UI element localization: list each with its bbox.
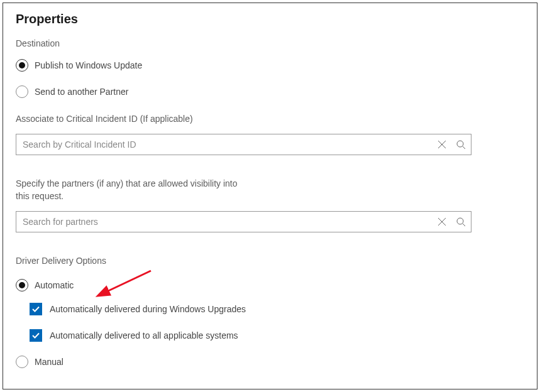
- incident-search-wrap: [16, 134, 471, 155]
- partners-label: Specify the partners (if any) that are a…: [16, 178, 242, 202]
- properties-panel: Properties Destination Publish to Window…: [3, 3, 537, 389]
- checkbox-windows-upgrades[interactable]: Automatically delivered during Windows U…: [30, 303, 524, 315]
- partners-search-icons: [436, 216, 466, 227]
- page-title: Properties: [16, 12, 524, 26]
- radio-label: Send to another Partner: [35, 87, 128, 97]
- radio-label: Manual: [35, 357, 63, 367]
- clear-icon[interactable]: [436, 216, 448, 227]
- search-icon[interactable]: [455, 216, 466, 227]
- delivery-section: Driver Delivery Options Automatic Automa…: [16, 255, 524, 368]
- automatic-checkbox-group: Automatically delivered during Windows U…: [30, 303, 524, 342]
- checkbox-label: Automatically delivered to all applicabl…: [50, 330, 238, 340]
- radio-icon: [16, 356, 28, 368]
- destination-radio-group: Publish to Windows Update Send to anothe…: [16, 59, 524, 98]
- checkbox-icon: [30, 303, 42, 315]
- radio-icon: [16, 279, 28, 291]
- radio-label: Automatic: [35, 280, 74, 290]
- incident-search-input[interactable]: [16, 134, 471, 155]
- incident-label: Associate to Critical Incident ID (If ap…: [16, 113, 524, 126]
- radio-label: Publish to Windows Update: [35, 60, 142, 70]
- checkbox-icon: [30, 329, 42, 342]
- radio-manual[interactable]: Manual: [16, 356, 524, 368]
- destination-label: Destination: [16, 38, 524, 50]
- search-icon[interactable]: [455, 139, 466, 150]
- partners-search-input[interactable]: [16, 211, 471, 232]
- radio-publish-windows-update[interactable]: Publish to Windows Update: [16, 59, 524, 72]
- radio-automatic[interactable]: Automatic: [16, 279, 524, 291]
- svg-point-1: [457, 218, 463, 224]
- radio-icon: [16, 59, 28, 72]
- clear-icon[interactable]: [436, 139, 448, 150]
- checkbox-label: Automatically delivered during Windows U…: [50, 304, 246, 314]
- incident-search-icons: [436, 139, 466, 150]
- partners-search-wrap: [16, 211, 471, 232]
- svg-point-0: [457, 141, 463, 147]
- radio-icon: [16, 85, 28, 98]
- radio-send-another-partner[interactable]: Send to another Partner: [16, 85, 524, 98]
- checkbox-applicable-systems[interactable]: Automatically delivered to all applicabl…: [30, 329, 524, 342]
- delivery-label: Driver Delivery Options: [16, 255, 524, 268]
